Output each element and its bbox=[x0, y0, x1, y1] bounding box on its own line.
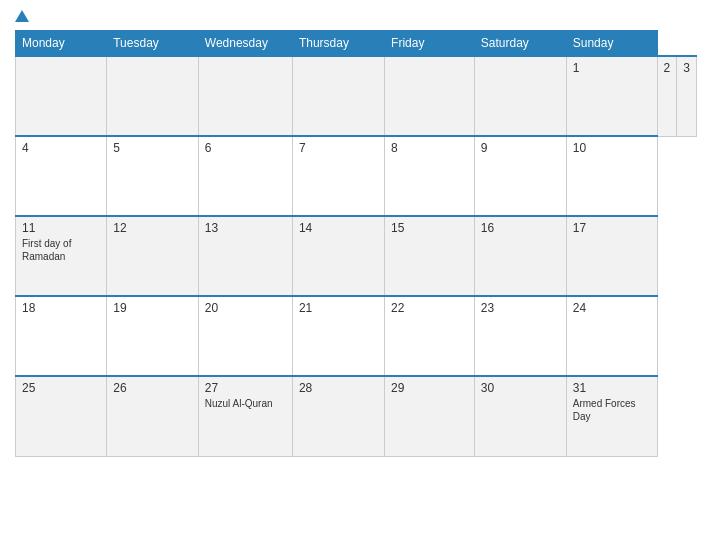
calendar-cell: 6 bbox=[198, 136, 292, 216]
calendar-cell: 13 bbox=[198, 216, 292, 296]
day-number: 26 bbox=[113, 381, 192, 395]
day-number: 9 bbox=[481, 141, 560, 155]
day-number: 23 bbox=[481, 301, 560, 315]
calendar-cell: 27Nuzul Al-Quran bbox=[198, 376, 292, 456]
weekday-header-saturday: Saturday bbox=[474, 31, 566, 57]
day-number: 10 bbox=[573, 141, 651, 155]
header bbox=[15, 10, 697, 22]
weekday-header-thursday: Thursday bbox=[292, 31, 384, 57]
weekday-header-sunday: Sunday bbox=[566, 31, 657, 57]
week-row-3: 11First day of Ramadan121314151617 bbox=[16, 216, 697, 296]
calendar-cell: 18 bbox=[16, 296, 107, 376]
day-number: 27 bbox=[205, 381, 286, 395]
calendar-cell: 24 bbox=[566, 296, 657, 376]
calendar-cell: 22 bbox=[385, 296, 475, 376]
day-number: 17 bbox=[573, 221, 651, 235]
calendar-event: Nuzul Al-Quran bbox=[205, 397, 286, 410]
calendar-cell: 17 bbox=[566, 216, 657, 296]
day-number: 3 bbox=[683, 61, 690, 75]
weekday-header-monday: Monday bbox=[16, 31, 107, 57]
calendar-page: MondayTuesdayWednesdayThursdayFridaySatu… bbox=[0, 0, 712, 550]
calendar-cell: 3 bbox=[677, 56, 697, 136]
day-number: 19 bbox=[113, 301, 192, 315]
day-number: 7 bbox=[299, 141, 378, 155]
day-number: 28 bbox=[299, 381, 378, 395]
weekday-header-friday: Friday bbox=[385, 31, 475, 57]
calendar-cell: 29 bbox=[385, 376, 475, 456]
calendar-cell: 2 bbox=[657, 56, 677, 136]
day-number: 14 bbox=[299, 221, 378, 235]
calendar-cell: 10 bbox=[566, 136, 657, 216]
calendar-cell bbox=[474, 56, 566, 136]
day-number: 24 bbox=[573, 301, 651, 315]
day-number: 30 bbox=[481, 381, 560, 395]
calendar-event: Armed Forces Day bbox=[573, 397, 651, 423]
calendar-cell: 1 bbox=[566, 56, 657, 136]
week-row-5: 252627Nuzul Al-Quran28293031Armed Forces… bbox=[16, 376, 697, 456]
logo-blue-text bbox=[15, 10, 31, 22]
weekday-header-row: MondayTuesdayWednesdayThursdayFridaySatu… bbox=[16, 31, 697, 57]
calendar-cell: 23 bbox=[474, 296, 566, 376]
day-number: 22 bbox=[391, 301, 468, 315]
day-number: 2 bbox=[664, 61, 671, 75]
weekday-header-wednesday: Wednesday bbox=[198, 31, 292, 57]
calendar-cell bbox=[107, 56, 199, 136]
calendar-cell: 30 bbox=[474, 376, 566, 456]
day-number: 13 bbox=[205, 221, 286, 235]
calendar-cell: 11First day of Ramadan bbox=[16, 216, 107, 296]
calendar-cell bbox=[385, 56, 475, 136]
calendar-cell: 12 bbox=[107, 216, 199, 296]
day-number: 21 bbox=[299, 301, 378, 315]
calendar-cell: 26 bbox=[107, 376, 199, 456]
day-number: 29 bbox=[391, 381, 468, 395]
week-row-2: 45678910 bbox=[16, 136, 697, 216]
day-number: 1 bbox=[573, 61, 651, 75]
calendar-event: First day of Ramadan bbox=[22, 237, 100, 263]
day-number: 15 bbox=[391, 221, 468, 235]
weekday-header-tuesday: Tuesday bbox=[107, 31, 199, 57]
day-number: 11 bbox=[22, 221, 100, 235]
calendar-cell: 7 bbox=[292, 136, 384, 216]
calendar-cell bbox=[16, 56, 107, 136]
day-number: 18 bbox=[22, 301, 100, 315]
day-number: 31 bbox=[573, 381, 651, 395]
calendar-cell: 5 bbox=[107, 136, 199, 216]
week-row-1: 123 bbox=[16, 56, 697, 136]
calendar-cell: 9 bbox=[474, 136, 566, 216]
calendar-table: MondayTuesdayWednesdayThursdayFridaySatu… bbox=[15, 30, 697, 457]
calendar-cell bbox=[292, 56, 384, 136]
day-number: 16 bbox=[481, 221, 560, 235]
calendar-cell: 8 bbox=[385, 136, 475, 216]
calendar-cell: 16 bbox=[474, 216, 566, 296]
calendar-cell: 25 bbox=[16, 376, 107, 456]
day-number: 5 bbox=[113, 141, 192, 155]
calendar-cell: 20 bbox=[198, 296, 292, 376]
calendar-cell: 14 bbox=[292, 216, 384, 296]
calendar-cell: 19 bbox=[107, 296, 199, 376]
day-number: 25 bbox=[22, 381, 100, 395]
calendar-cell: 15 bbox=[385, 216, 475, 296]
day-number: 8 bbox=[391, 141, 468, 155]
calendar-cell: 4 bbox=[16, 136, 107, 216]
day-number: 4 bbox=[22, 141, 100, 155]
day-number: 6 bbox=[205, 141, 286, 155]
day-number: 20 bbox=[205, 301, 286, 315]
calendar-cell: 31Armed Forces Day bbox=[566, 376, 657, 456]
logo-triangle-icon bbox=[15, 10, 29, 22]
logo bbox=[15, 10, 31, 22]
calendar-cell: 21 bbox=[292, 296, 384, 376]
calendar-cell bbox=[198, 56, 292, 136]
calendar-cell: 28 bbox=[292, 376, 384, 456]
day-number: 12 bbox=[113, 221, 192, 235]
week-row-4: 18192021222324 bbox=[16, 296, 697, 376]
